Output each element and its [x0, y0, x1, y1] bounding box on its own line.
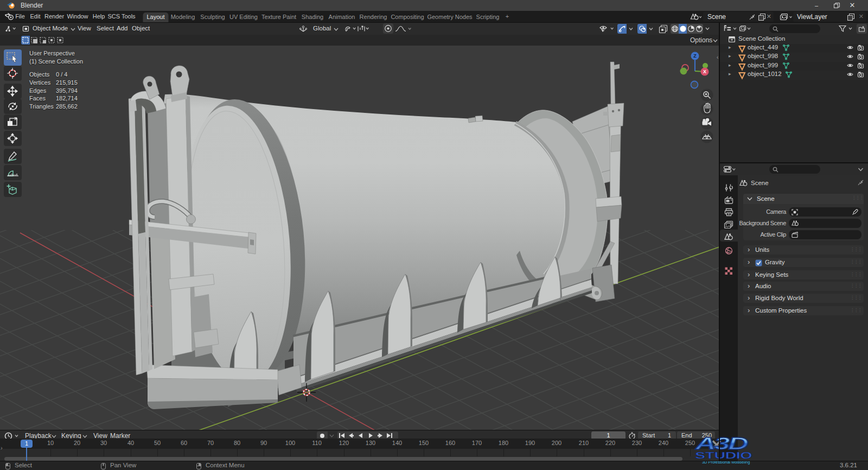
svg-text:‹: ‹: [717, 54, 718, 60]
svg-text:X: X: [703, 69, 706, 74]
svg-text:Z: Z: [693, 53, 697, 59]
svg-text:STUDIO: STUDIO: [695, 450, 752, 461]
